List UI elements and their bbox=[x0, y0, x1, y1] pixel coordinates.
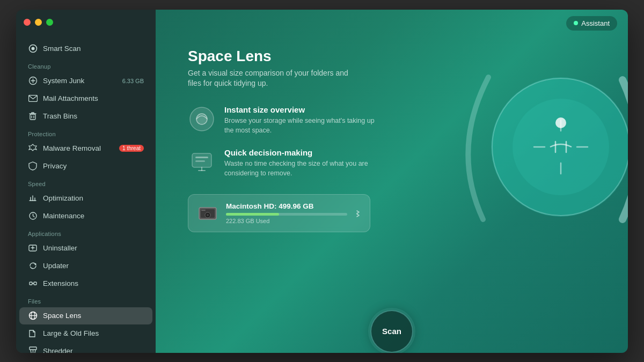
assistant-dot bbox=[574, 21, 578, 25]
smart-scan-icon bbox=[28, 44, 38, 54]
privacy-icon bbox=[28, 161, 38, 171]
trash-bins-label: Trash Bins bbox=[43, 112, 77, 120]
large-old-files-label: Large & Old Files bbox=[43, 329, 99, 337]
section-label-cleanup: Cleanup bbox=[16, 58, 156, 72]
sidebar-content: Smart Scan Cleanup System Junk 6.33 GB bbox=[16, 35, 156, 353]
main-content: Assistant Space Lens Get a visual size c… bbox=[156, 10, 628, 353]
drive-name: Macintosh HD: 499.96 GB bbox=[226, 202, 347, 210]
maintenance-label: Maintenance bbox=[43, 212, 84, 220]
sidebar-item-extensions[interactable]: Extensions bbox=[19, 275, 152, 292]
shredder-icon bbox=[28, 346, 38, 353]
large-old-files-icon bbox=[28, 329, 38, 338]
features-list: Instant size overview Browse your storag… bbox=[188, 105, 596, 179]
svg-rect-15 bbox=[195, 160, 205, 162]
sidebar: Smart Scan Cleanup System Junk 6.33 GB bbox=[16, 10, 156, 353]
system-junk-label: System Junk bbox=[43, 77, 84, 85]
section-label-speed: Speed bbox=[16, 175, 156, 189]
space-lens-icon bbox=[28, 311, 38, 321]
section-label-applications: Applications bbox=[16, 225, 156, 239]
main-body: Space Lens Get a visual size comparison … bbox=[156, 37, 628, 353]
main-header: Assistant bbox=[156, 10, 628, 37]
drive-icon bbox=[197, 203, 218, 224]
uninstaller-label: Uninstaller bbox=[43, 244, 77, 252]
page-subtitle: Get a visual size comparison of your fol… bbox=[188, 68, 360, 89]
uninstaller-icon bbox=[28, 243, 38, 253]
sidebar-item-trash-bins[interactable]: Trash Bins bbox=[19, 108, 152, 125]
svg-rect-4 bbox=[30, 114, 35, 120]
sidebar-item-space-lens[interactable]: Space Lens bbox=[19, 307, 152, 324]
instant-size-icon bbox=[188, 105, 216, 133]
drive-fill bbox=[226, 213, 279, 216]
extensions-label: Extensions bbox=[43, 279, 78, 287]
instant-size-title: Instant size overview bbox=[224, 105, 375, 114]
system-junk-badge: 6.33 GB bbox=[122, 78, 144, 84]
malware-icon bbox=[28, 144, 38, 153]
minimize-button[interactable] bbox=[35, 19, 42, 26]
malware-threat-badge: 1 threat bbox=[119, 145, 144, 152]
assistant-button[interactable]: Assistant bbox=[566, 16, 617, 31]
system-junk-icon bbox=[28, 76, 38, 86]
svg-rect-10 bbox=[30, 347, 36, 350]
svg-point-1 bbox=[31, 47, 34, 50]
quick-decision-desc: Waste no time checking the size of what … bbox=[224, 159, 375, 178]
optimization-icon bbox=[28, 194, 38, 203]
drive-card[interactable]: Macintosh HD: 499.96 GB 222.83 GB Used bbox=[188, 194, 370, 232]
svg-rect-14 bbox=[195, 157, 208, 158]
svg-point-19 bbox=[207, 214, 209, 216]
sidebar-item-maintenance[interactable]: Maintenance bbox=[19, 208, 152, 225]
drive-used-label: 222.83 GB Used bbox=[226, 218, 347, 224]
optimization-label: Optimization bbox=[43, 194, 83, 202]
shredder-label: Shredder bbox=[43, 347, 73, 353]
mail-icon bbox=[28, 94, 38, 104]
quick-decision-title: Quick decision-making bbox=[224, 148, 375, 157]
privacy-label: Privacy bbox=[43, 162, 67, 170]
maximize-button[interactable] bbox=[46, 19, 53, 26]
titlebar bbox=[16, 10, 156, 35]
trash-icon bbox=[28, 112, 38, 121]
scan-button-wrap: Scan bbox=[370, 310, 413, 353]
svg-rect-20 bbox=[201, 210, 206, 211]
extensions-icon bbox=[28, 279, 38, 289]
drive-chevron-icon bbox=[355, 209, 361, 218]
app-window: Smart Scan Cleanup System Junk 6.33 GB bbox=[16, 10, 628, 353]
svg-rect-7 bbox=[34, 282, 36, 285]
section-label-protection: Protection bbox=[16, 125, 156, 139]
sidebar-item-large-old-files[interactable]: Large & Old Files bbox=[19, 325, 152, 342]
feature-quick-decision: Quick decision-making Waste no time chec… bbox=[188, 148, 596, 178]
close-button[interactable] bbox=[24, 19, 31, 26]
sidebar-item-malware-removal[interactable]: Malware Removal 1 threat bbox=[19, 140, 152, 157]
sidebar-item-updater[interactable]: Updater bbox=[19, 257, 152, 275]
malware-removal-label: Malware Removal bbox=[43, 144, 101, 152]
section-label-files: Files bbox=[16, 293, 156, 307]
sidebar-item-shredder[interactable]: Shredder bbox=[19, 343, 152, 353]
maintenance-icon bbox=[28, 211, 38, 221]
assistant-label: Assistant bbox=[581, 19, 610, 27]
feature-instant-size: Instant size overview Browse your storag… bbox=[188, 105, 596, 135]
scan-button[interactable]: Scan bbox=[370, 310, 413, 353]
space-lens-label: Space Lens bbox=[43, 312, 81, 320]
sidebar-item-uninstaller[interactable]: Uninstaller bbox=[19, 240, 152, 257]
instant-size-desc: Browse your storage while seeing what's … bbox=[224, 116, 375, 135]
sidebar-item-mail-attachments[interactable]: Mail Attachments bbox=[19, 90, 152, 107]
mail-attachments-label: Mail Attachments bbox=[43, 94, 98, 102]
sidebar-item-system-junk[interactable]: System Junk 6.33 GB bbox=[19, 72, 152, 90]
sidebar-item-privacy[interactable]: Privacy bbox=[19, 158, 152, 175]
smart-scan-label: Smart Scan bbox=[43, 45, 81, 53]
sidebar-item-smart-scan[interactable]: Smart Scan bbox=[19, 40, 152, 57]
page-title: Space Lens bbox=[188, 48, 596, 65]
updater-label: Updater bbox=[43, 262, 69, 270]
drive-progress-bar bbox=[226, 213, 347, 216]
scan-button-label: Scan bbox=[382, 327, 401, 336]
svg-point-12 bbox=[196, 114, 207, 124]
quick-decision-icon bbox=[188, 148, 216, 176]
updater-icon bbox=[28, 261, 38, 271]
sidebar-item-optimization[interactable]: Optimization bbox=[19, 190, 152, 207]
svg-rect-6 bbox=[30, 282, 32, 285]
